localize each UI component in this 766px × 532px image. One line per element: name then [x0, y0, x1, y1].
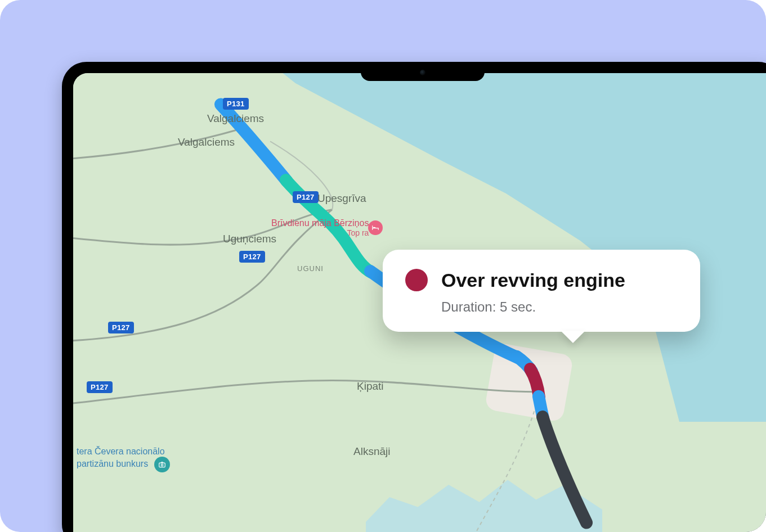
event-title: Over revving engine	[441, 269, 625, 291]
road-shield-p131: P131	[223, 98, 249, 110]
event-tooltip: Over revving engine Duration: 5 sec.	[383, 250, 700, 332]
poi-hotel-sub: Top ra	[271, 228, 369, 237]
road-shield-p127: P127	[239, 251, 265, 263]
camera-pin-icon	[154, 457, 170, 472]
event-duration: Duration: 5 sec.	[441, 299, 675, 315]
place-label: Valgalciems	[178, 136, 235, 148]
device-frame: P131 P127 P127 P127 P127 Valgalciems Val…	[62, 62, 766, 532]
device-screen: P131 P127 P127 P127 P127 Valgalciems Val…	[73, 73, 766, 532]
road-shield-p127: P127	[108, 322, 134, 333]
hotel-pin-icon[interactable]	[368, 220, 383, 235]
place-label: Upesgrīva	[317, 192, 366, 205]
poi-landmark-name: tera Čevera nacionālo partizānu bunkurs	[77, 447, 165, 469]
svg-rect-0	[159, 463, 165, 467]
place-label: Uguņciems	[223, 233, 276, 245]
device-notch	[361, 62, 485, 81]
poi-hotel-label[interactable]: Brīvdienu māja Bērziņos Top ra	[271, 218, 369, 237]
place-label: Valgalciems	[207, 112, 264, 125]
svg-point-1	[161, 465, 163, 467]
map-canvas[interactable]: P131 P127 P127 P127 P127 Valgalciems Val…	[73, 73, 766, 532]
stage: P131 P127 P127 P127 P127 Valgalciems Val…	[0, 0, 766, 532]
event-color-dot	[405, 269, 428, 291]
place-label: Ķipati	[357, 380, 384, 393]
place-label: Alksnāji	[353, 445, 390, 458]
road-shield-p127: P127	[293, 191, 319, 203]
place-label-small: UGUNI	[297, 264, 324, 273]
poi-landmark[interactable]: tera Čevera nacionālo partizānu bunkurs	[77, 447, 170, 472]
road-shield-p127: P127	[87, 381, 113, 393]
poi-hotel-name: Brīvdienu māja Bērziņos	[271, 218, 369, 228]
